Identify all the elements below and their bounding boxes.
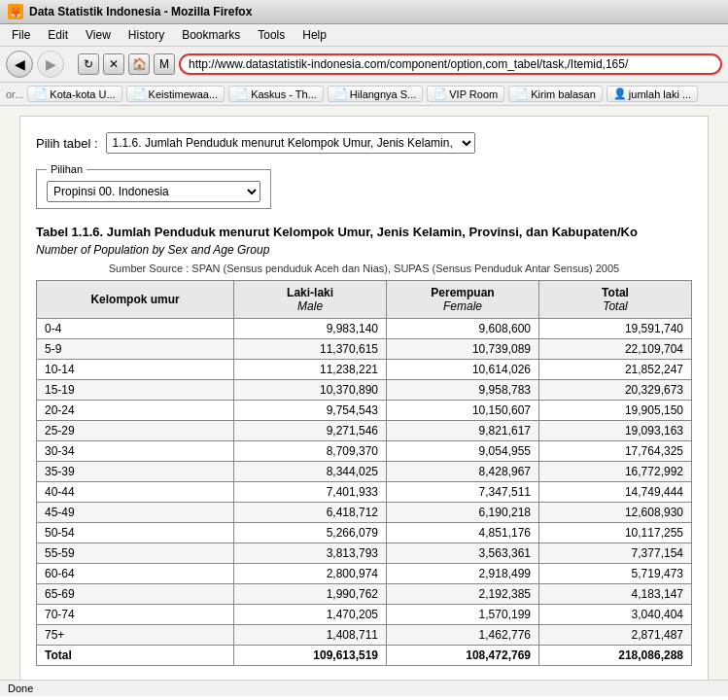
table-row: Total 109,613,519 108,472,769 218,086,28…: [37, 646, 692, 666]
bookmark-icon: 📄: [433, 88, 447, 100]
menu-file[interactable]: File: [4, 26, 38, 44]
table-subtitle: Number of Population by Sex and Age Grou…: [36, 243, 692, 257]
table-row: 20-24 9,754,543 10,150,607 19,905,150: [37, 401, 692, 421]
cell-male: 109,613,519: [234, 646, 387, 666]
bookmark-kirimbalasan[interactable]: 📄 Kirim balasan: [508, 86, 603, 102]
table-row: 75+ 1,408,711 1,462,776 2,871,487: [37, 625, 692, 646]
cell-male: 7,401,933: [234, 482, 387, 503]
cell-age: 75+: [37, 625, 234, 646]
home-button[interactable]: 🏠: [128, 53, 150, 75]
menu-bookmarks[interactable]: Bookmarks: [174, 26, 248, 44]
col-male-header: Laki-laki Male: [234, 281, 387, 319]
table-row: 15-19 10,370,890 9,958,783 20,329,673: [37, 380, 692, 401]
cell-male: 5,266,079: [234, 523, 387, 543]
bookmark-icon: 👤: [613, 88, 627, 100]
cell-age: 15-19: [37, 380, 234, 401]
cell-age: 45-49: [37, 503, 234, 523]
source-text: Sumber Source : SPAN (Sensus penduduk Ac…: [36, 262, 692, 274]
table-row: 30-34 8,709,370 9,054,955 17,764,325: [37, 441, 692, 462]
cell-total: 12,608,930: [539, 503, 692, 523]
bookmark-icon: 📄: [334, 88, 348, 100]
bookmark-viproom[interactable]: 📄 VIP Room: [427, 86, 504, 102]
cell-female: 1,570,199: [387, 605, 539, 625]
menu-edit[interactable]: Edit: [40, 26, 76, 44]
table-row: 70-74 1,470,205 1,570,199 3,040,404: [37, 605, 692, 625]
bookmarks-label: or...: [6, 88, 23, 100]
col-female-header: Perempuan Female: [387, 281, 539, 319]
table-row: 60-64 2,800,974 2,918,499 5,719,473: [37, 564, 692, 584]
menu-tools[interactable]: Tools: [250, 26, 293, 44]
reload-button[interactable]: ↻: [78, 53, 99, 75]
cell-male: 9,983,140: [234, 319, 387, 339]
cell-age: 35-39: [37, 462, 234, 482]
cell-female: 10,614,026: [387, 360, 539, 380]
propinsi-select[interactable]: Propinsi 00. Indonesia: [47, 181, 260, 202]
table-row: 0-4 9,983,140 9,608,600 19,591,740: [37, 319, 692, 339]
cell-male: 9,271,546: [234, 421, 387, 441]
bookmark-icon: 📄: [34, 88, 48, 100]
bookmark-keistimewaa[interactable]: 📄 Keistimewaa...: [126, 86, 225, 102]
toolbar: ◀ ▶ ↻ ✕ 🏠 M: [0, 47, 728, 83]
col-age-header: Kelompok umur: [37, 281, 234, 319]
cell-female: 3,563,361: [387, 543, 539, 564]
url-bar-container: [179, 53, 722, 75]
cell-female: 8,428,967: [387, 462, 539, 482]
cell-male: 9,754,543: [234, 401, 387, 421]
bookmark-icon: 📄: [133, 88, 147, 100]
url-input[interactable]: [189, 57, 712, 71]
cell-male: 1,408,711: [234, 625, 387, 646]
bookmark-hilangnya[interactable]: 📄 Hilangnya S...: [328, 86, 423, 102]
bookmark-icon: 📄: [235, 88, 249, 100]
bookmark-icon: 📄: [515, 88, 529, 100]
cell-male: 10,370,890: [234, 380, 387, 401]
cell-female: 9,821,617: [387, 421, 539, 441]
browser-icon: 🦊: [8, 4, 23, 19]
cell-total: 20,329,673: [539, 380, 692, 401]
cell-female: 9,054,955: [387, 441, 539, 462]
cell-total: 2,871,487: [539, 625, 692, 646]
col-total-header: Total Total: [539, 281, 692, 319]
pilihan-fieldset: Pilihan Propinsi 00. Indonesia: [36, 163, 271, 209]
cell-total: 218,086,288: [539, 646, 692, 666]
table-row: 10-14 11,238,221 10,614,026 21,852,247: [37, 360, 692, 380]
bookmark-kaskus[interactable]: 📄 Kaskus - Th...: [228, 86, 324, 102]
cell-total: 19,905,150: [539, 401, 692, 421]
cell-total: 19,093,163: [539, 421, 692, 441]
cell-male: 1,990,762: [234, 584, 387, 605]
cell-total: 7,377,154: [539, 543, 692, 564]
table-row: 5-9 11,370,615 10,739,089 22,109,704: [37, 339, 692, 360]
bookmark-jumlahlaki[interactable]: 👤 jumlah laki ...: [607, 86, 698, 102]
cell-male: 11,370,615: [234, 339, 387, 360]
cell-male: 2,800,974: [234, 564, 387, 584]
menu-view[interactable]: View: [78, 26, 119, 44]
forward-button[interactable]: ▶: [37, 51, 64, 78]
back-button[interactable]: ◀: [6, 51, 33, 78]
cell-age: Total: [37, 646, 234, 666]
cell-age: 70-74: [37, 605, 234, 625]
cell-female: 9,958,783: [387, 380, 539, 401]
bookmark-kotakota[interactable]: 📄 Kota-kota U...: [27, 86, 121, 102]
cell-total: 14,749,444: [539, 482, 692, 503]
menu-help[interactable]: Help: [295, 26, 334, 44]
cell-total: 5,719,473: [539, 564, 692, 584]
cell-female: 10,739,089: [387, 339, 539, 360]
cell-total: 19,591,740: [539, 319, 692, 339]
cell-total: 3,040,404: [539, 605, 692, 625]
pilih-tabel-select[interactable]: 1.1.6. Jumlah Penduduk menurut Kelompok …: [106, 132, 475, 154]
cell-total: 22,109,704: [539, 339, 692, 360]
menu-history[interactable]: History: [121, 26, 172, 44]
cell-total: 17,764,325: [539, 441, 692, 462]
table-row: 65-69 1,990,762 2,192,385 4,183,147: [37, 584, 692, 605]
table-row: 25-29 9,271,546 9,821,617 19,093,163: [37, 421, 692, 441]
table-row: 55-59 3,813,793 3,563,361 7,377,154: [37, 543, 692, 564]
cell-age: 0-4: [37, 319, 234, 339]
stop-button[interactable]: ✕: [103, 53, 124, 75]
cell-female: 9,608,600: [387, 319, 539, 339]
page-icon: M: [154, 53, 175, 75]
pilih-tabel-label: Pilih tabel :: [36, 136, 98, 151]
cell-age: 30-34: [37, 441, 234, 462]
table-row: 40-44 7,401,933 7,347,511 14,749,444: [37, 482, 692, 503]
cell-female: 1,462,776: [387, 625, 539, 646]
cell-female: 108,472,769: [387, 646, 539, 666]
bookmarks-bar: or... 📄 Kota-kota U... 📄 Keistimewaa... …: [0, 83, 728, 106]
